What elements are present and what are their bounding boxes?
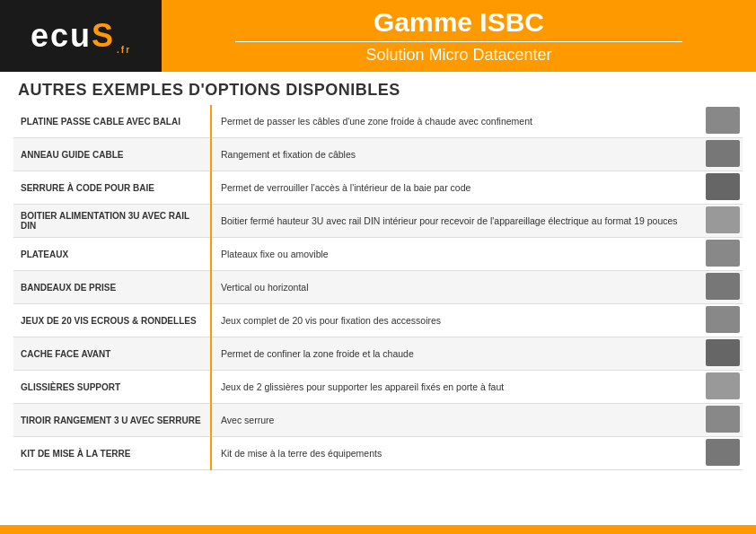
header: ecuS.fr Gamme ISBC Solution Micro Datace…: [0, 0, 756, 72]
table-row: JEUX DE 20 VIS ECROUS & RONDELLESJeux co…: [13, 304, 743, 337]
option-icon: [703, 171, 743, 205]
option-name: BANDEAUX DE PRISE: [13, 271, 211, 304]
table-row: CACHE FACE AVANTPermet de confiner la zo…: [13, 337, 743, 371]
option-desc: Kit de mise à la terre des équipements: [211, 437, 703, 470]
option-name: PLATEAUX: [13, 238, 211, 271]
table-row: BOITIER ALIMENTATION 3U AVEC RAIL DINBoi…: [13, 205, 743, 238]
option-name: ANNEAU GUIDE CABLE: [13, 138, 211, 171]
option-icon: [703, 304, 743, 337]
option-name: TIROIR RANGEMENT 3 U AVEC SERRURE: [13, 404, 211, 437]
option-desc: Permet de verrouiller l'accès à l'intéri…: [211, 171, 703, 205]
footer-bar: [0, 525, 756, 534]
logo: ecuS.fr: [31, 17, 131, 55]
option-name: GLISSIÈRES SUPPORT: [13, 371, 211, 404]
option-desc: Boitier fermé hauteur 3U avec rail DIN i…: [211, 205, 703, 238]
option-name: KIT DE MISE À LA TERRE: [13, 437, 211, 470]
header-divider: [235, 41, 682, 42]
option-name: JEUX DE 20 VIS ECROUS & RONDELLES: [13, 304, 211, 337]
table-row: GLISSIÈRES SUPPORTJeux de 2 glissières p…: [13, 371, 743, 404]
option-desc: Avec serrure: [211, 404, 703, 437]
option-name: CACHE FACE AVANT: [13, 337, 211, 371]
section-title: AUTRES EXEMPLES D'OPTIONS DISPONIBLES: [0, 72, 756, 105]
logo-area: ecuS.fr: [0, 0, 162, 72]
option-icon: [703, 205, 743, 238]
option-icon: [703, 404, 743, 437]
option-desc: Permet de confiner la zone froide et la …: [211, 337, 703, 371]
option-icon: [703, 138, 743, 171]
option-name: SERRURE À CODE POUR BAIE: [13, 171, 211, 205]
option-icon: [703, 371, 743, 404]
option-icon: [703, 337, 743, 371]
option-name: BOITIER ALIMENTATION 3U AVEC RAIL DIN: [13, 205, 211, 238]
option-icon: [703, 271, 743, 304]
option-desc: Jeux de 2 glissières pour supporter les …: [211, 371, 703, 404]
option-icon: [703, 238, 743, 271]
option-desc: Plateaux fixe ou amovible: [211, 238, 703, 271]
option-desc: Permet de passer les câbles d'une zone f…: [211, 105, 703, 138]
table-row: PLATEAUXPlateaux fixe ou amovible: [13, 238, 743, 271]
header-right: Gamme ISBC Solution Micro Datacenter: [162, 0, 756, 72]
header-subtitle: Solution Micro Datacenter: [365, 46, 551, 65]
logo-accent: S: [92, 17, 115, 54]
option-icon: [703, 437, 743, 470]
option-desc: Rangement et fixation de câbles: [211, 138, 703, 171]
table-row: BANDEAUX DE PRISEVertical ou horizontal: [13, 271, 743, 304]
option-name: PLATINE PASSE CABLE AVEC BALAI: [13, 105, 211, 138]
table-row: TIROIR RANGEMENT 3 U AVEC SERRUREAvec se…: [13, 404, 743, 437]
logo-suffix: .fr: [117, 45, 131, 55]
option-icon: [703, 105, 743, 138]
table-row: PLATINE PASSE CABLE AVEC BALAIPermet de …: [13, 105, 743, 138]
header-title: Gamme ISBC: [374, 7, 544, 38]
option-desc: Jeux complet de 20 vis pour fixation des…: [211, 304, 703, 337]
option-desc: Vertical ou horizontal: [211, 271, 703, 304]
options-table: PLATINE PASSE CABLE AVEC BALAIPermet de …: [13, 105, 743, 470]
table-row: KIT DE MISE À LA TERREKit de mise à la t…: [13, 437, 743, 470]
table-row: ANNEAU GUIDE CABLERangement et fixation …: [13, 138, 743, 171]
table-row: SERRURE À CODE POUR BAIEPermet de verrou…: [13, 171, 743, 205]
